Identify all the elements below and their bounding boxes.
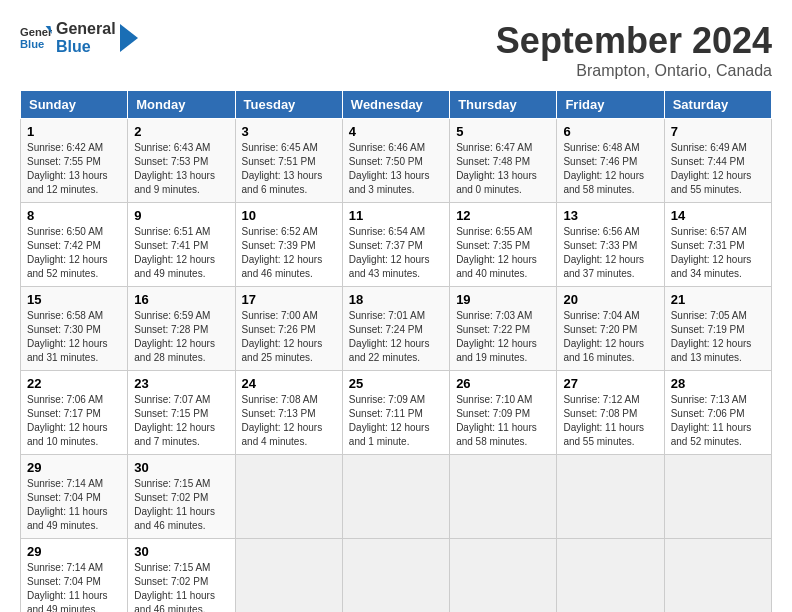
day-number: 23 [134, 376, 228, 391]
calendar-week-row: 15Sunrise: 6:58 AMSunset: 7:30 PMDayligh… [21, 287, 772, 371]
day-number: 12 [456, 208, 550, 223]
day-number: 1 [27, 124, 121, 139]
day-info: Sunrise: 7:01 AMSunset: 7:24 PMDaylight:… [349, 309, 443, 365]
col-friday: Friday [557, 91, 664, 119]
table-row: 29Sunrise: 7:14 AMSunset: 7:04 PMDayligh… [21, 539, 128, 613]
day-number: 27 [563, 376, 657, 391]
day-info: Sunrise: 7:15 AMSunset: 7:02 PMDaylight:… [134, 477, 228, 533]
table-row: 25Sunrise: 7:09 AMSunset: 7:11 PMDayligh… [342, 371, 449, 455]
table-row: 29Sunrise: 7:14 AMSunset: 7:04 PMDayligh… [21, 455, 128, 539]
header: General Blue General Blue September 2024… [20, 20, 772, 80]
day-info: Sunrise: 6:58 AMSunset: 7:30 PMDaylight:… [27, 309, 121, 365]
table-row: 18Sunrise: 7:01 AMSunset: 7:24 PMDayligh… [342, 287, 449, 371]
day-info: Sunrise: 7:10 AMSunset: 7:09 PMDaylight:… [456, 393, 550, 449]
table-row: 4Sunrise: 6:46 AMSunset: 7:50 PMDaylight… [342, 119, 449, 203]
calendar-table: Sunday Monday Tuesday Wednesday Thursday… [20, 90, 772, 612]
table-row: 2Sunrise: 6:43 AMSunset: 7:53 PMDaylight… [128, 119, 235, 203]
table-row: 15Sunrise: 6:58 AMSunset: 7:30 PMDayligh… [21, 287, 128, 371]
table-row: 17Sunrise: 7:00 AMSunset: 7:26 PMDayligh… [235, 287, 342, 371]
table-row: 6Sunrise: 6:48 AMSunset: 7:46 PMDaylight… [557, 119, 664, 203]
day-number: 13 [563, 208, 657, 223]
svg-text:General: General [20, 26, 52, 38]
table-row: 30Sunrise: 7:15 AMSunset: 7:02 PMDayligh… [128, 455, 235, 539]
day-number: 14 [671, 208, 765, 223]
day-info: Sunrise: 6:48 AMSunset: 7:46 PMDaylight:… [563, 141, 657, 197]
day-info: Sunrise: 6:43 AMSunset: 7:53 PMDaylight:… [134, 141, 228, 197]
day-info: Sunrise: 7:13 AMSunset: 7:06 PMDaylight:… [671, 393, 765, 449]
day-info: Sunrise: 6:45 AMSunset: 7:51 PMDaylight:… [242, 141, 336, 197]
day-number: 15 [27, 292, 121, 307]
table-row [450, 539, 557, 613]
table-row [557, 455, 664, 539]
table-row: 20Sunrise: 7:04 AMSunset: 7:20 PMDayligh… [557, 287, 664, 371]
table-row [342, 455, 449, 539]
table-row [664, 539, 771, 613]
table-row: 26Sunrise: 7:10 AMSunset: 7:09 PMDayligh… [450, 371, 557, 455]
table-row: 19Sunrise: 7:03 AMSunset: 7:22 PMDayligh… [450, 287, 557, 371]
table-row [235, 455, 342, 539]
table-row [342, 539, 449, 613]
table-row [557, 539, 664, 613]
logo-blue: Blue [56, 38, 116, 56]
day-number: 4 [349, 124, 443, 139]
day-number: 30 [134, 544, 228, 559]
day-number: 17 [242, 292, 336, 307]
svg-marker-3 [120, 24, 138, 52]
day-number: 11 [349, 208, 443, 223]
table-row: 10Sunrise: 6:52 AMSunset: 7:39 PMDayligh… [235, 203, 342, 287]
day-number: 22 [27, 376, 121, 391]
table-row: 16Sunrise: 6:59 AMSunset: 7:28 PMDayligh… [128, 287, 235, 371]
day-info: Sunrise: 7:05 AMSunset: 7:19 PMDaylight:… [671, 309, 765, 365]
day-number: 28 [671, 376, 765, 391]
day-info: Sunrise: 7:12 AMSunset: 7:08 PMDaylight:… [563, 393, 657, 449]
day-info: Sunrise: 7:00 AMSunset: 7:26 PMDaylight:… [242, 309, 336, 365]
day-number: 2 [134, 124, 228, 139]
day-number: 25 [349, 376, 443, 391]
day-info: Sunrise: 6:49 AMSunset: 7:44 PMDaylight:… [671, 141, 765, 197]
day-number: 20 [563, 292, 657, 307]
logo-arrow-icon [120, 24, 138, 52]
day-info: Sunrise: 6:55 AMSunset: 7:35 PMDaylight:… [456, 225, 550, 281]
col-saturday: Saturday [664, 91, 771, 119]
table-row: 7Sunrise: 6:49 AMSunset: 7:44 PMDaylight… [664, 119, 771, 203]
calendar-week-row: 22Sunrise: 7:06 AMSunset: 7:17 PMDayligh… [21, 371, 772, 455]
day-number: 3 [242, 124, 336, 139]
day-info: Sunrise: 6:50 AMSunset: 7:42 PMDaylight:… [27, 225, 121, 281]
day-info: Sunrise: 7:08 AMSunset: 7:13 PMDaylight:… [242, 393, 336, 449]
day-info: Sunrise: 7:14 AMSunset: 7:04 PMDaylight:… [27, 561, 121, 612]
day-number: 18 [349, 292, 443, 307]
location-title: Brampton, Ontario, Canada [496, 62, 772, 80]
table-row: 27Sunrise: 7:12 AMSunset: 7:08 PMDayligh… [557, 371, 664, 455]
col-sunday: Sunday [21, 91, 128, 119]
table-row: 24Sunrise: 7:08 AMSunset: 7:13 PMDayligh… [235, 371, 342, 455]
day-info: Sunrise: 7:15 AMSunset: 7:02 PMDaylight:… [134, 561, 228, 612]
day-info: Sunrise: 6:46 AMSunset: 7:50 PMDaylight:… [349, 141, 443, 197]
day-info: Sunrise: 7:03 AMSunset: 7:22 PMDaylight:… [456, 309, 550, 365]
table-row: 14Sunrise: 6:57 AMSunset: 7:31 PMDayligh… [664, 203, 771, 287]
day-info: Sunrise: 7:06 AMSunset: 7:17 PMDaylight:… [27, 393, 121, 449]
day-info: Sunrise: 6:54 AMSunset: 7:37 PMDaylight:… [349, 225, 443, 281]
col-wednesday: Wednesday [342, 91, 449, 119]
title-area: September 2024 Brampton, Ontario, Canada [496, 20, 772, 80]
table-row: 21Sunrise: 7:05 AMSunset: 7:19 PMDayligh… [664, 287, 771, 371]
table-row: 22Sunrise: 7:06 AMSunset: 7:17 PMDayligh… [21, 371, 128, 455]
logo-general: General [56, 20, 116, 38]
day-number: 30 [134, 460, 228, 475]
day-number: 5 [456, 124, 550, 139]
logo-icon: General Blue [20, 22, 52, 54]
day-number: 9 [134, 208, 228, 223]
logo: General Blue General Blue [20, 20, 138, 55]
table-row [450, 455, 557, 539]
day-number: 8 [27, 208, 121, 223]
table-row: 28Sunrise: 7:13 AMSunset: 7:06 PMDayligh… [664, 371, 771, 455]
svg-text:Blue: Blue [20, 37, 44, 49]
day-number: 7 [671, 124, 765, 139]
day-number: 26 [456, 376, 550, 391]
table-row: 12Sunrise: 6:55 AMSunset: 7:35 PMDayligh… [450, 203, 557, 287]
day-info: Sunrise: 6:52 AMSunset: 7:39 PMDaylight:… [242, 225, 336, 281]
col-monday: Monday [128, 91, 235, 119]
table-row: 23Sunrise: 7:07 AMSunset: 7:15 PMDayligh… [128, 371, 235, 455]
table-row: 5Sunrise: 6:47 AMSunset: 7:48 PMDaylight… [450, 119, 557, 203]
day-info: Sunrise: 7:07 AMSunset: 7:15 PMDaylight:… [134, 393, 228, 449]
day-info: Sunrise: 6:51 AMSunset: 7:41 PMDaylight:… [134, 225, 228, 281]
